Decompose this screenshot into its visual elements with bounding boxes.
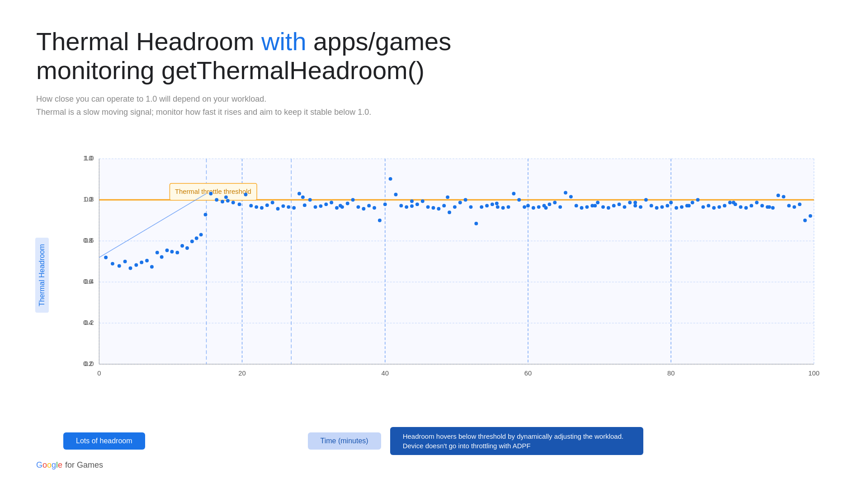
- svg-text:Thermal throttle threshold: Thermal throttle threshold: [175, 188, 251, 196]
- for-games-text: for Games: [65, 460, 103, 470]
- chart-svg: Thermal throttle threshold 1.0 1.0 0.8 0…: [72, 127, 832, 422]
- svg-point-73: [292, 206, 296, 210]
- svg-point-167: [793, 206, 796, 209]
- svg-point-42: [123, 260, 127, 263]
- svg-point-65: [249, 204, 253, 208]
- google-wordmark: Google: [36, 460, 62, 470]
- svg-point-154: [723, 204, 726, 208]
- svg-point-81: [335, 206, 339, 210]
- svg-text:80: 80: [667, 370, 675, 377]
- svg-point-131: [601, 206, 605, 209]
- svg-point-146: [680, 206, 684, 209]
- svg-point-168: [798, 203, 802, 206]
- svg-point-52: [175, 251, 179, 254]
- svg-point-104: [458, 201, 462, 205]
- headroom-desc-label: Headroom hovers below threshold by dynam…: [390, 427, 643, 455]
- svg-point-70: [276, 207, 280, 211]
- svg-text:40: 40: [382, 370, 389, 377]
- svg-point-66: [255, 206, 258, 209]
- svg-point-41: [118, 264, 121, 268]
- svg-point-142: [660, 206, 664, 209]
- svg-point-99: [432, 206, 435, 210]
- svg-point-45: [140, 261, 143, 264]
- svg-point-105: [464, 198, 467, 202]
- svg-point-112: [501, 206, 505, 210]
- svg-point-109: [485, 204, 489, 208]
- svg-point-49: [160, 255, 164, 259]
- svg-point-53: [180, 244, 184, 248]
- svg-point-67: [260, 206, 264, 210]
- subtitle-line1: How close you can operate to 1.0 will de…: [36, 93, 832, 106]
- svg-point-72: [287, 206, 290, 209]
- svg-point-103: [453, 206, 457, 209]
- svg-point-183: [768, 206, 771, 209]
- svg-point-135: [623, 206, 627, 209]
- svg-point-159: [750, 204, 753, 208]
- chart-and-annotations: Thermal Headroom: [36, 127, 832, 470]
- svg-point-158: [744, 206, 748, 210]
- svg-point-165: [782, 195, 785, 199]
- svg-point-175: [410, 200, 414, 203]
- svg-point-173: [301, 196, 305, 199]
- title-block: Thermal Headroom with apps/games monitor…: [36, 27, 832, 85]
- page-container: Thermal Headroom with apps/games monitor…: [0, 0, 868, 488]
- svg-point-58: [204, 213, 208, 216]
- svg-point-89: [378, 219, 382, 222]
- svg-point-63: [231, 201, 235, 205]
- svg-point-75: [303, 204, 307, 207]
- svg-point-110: [491, 203, 494, 206]
- svg-point-88: [373, 206, 376, 210]
- svg-point-161: [760, 204, 764, 208]
- svg-point-107: [474, 222, 478, 225]
- bottom-labels: Lots of headroom Time (minutes) Headroom…: [63, 427, 832, 455]
- svg-point-39: [104, 256, 108, 259]
- svg-point-61: [221, 200, 224, 204]
- svg-point-111: [496, 206, 500, 209]
- svg-point-79: [324, 203, 328, 206]
- svg-text:1.0: 1.0: [85, 155, 94, 162]
- svg-point-178: [544, 206, 548, 210]
- svg-point-83: [346, 202, 349, 206]
- svg-point-87: [367, 204, 371, 208]
- lots-of-headroom-label: Lots of headroom: [63, 432, 145, 450]
- svg-point-116: [523, 206, 526, 209]
- svg-point-91: [389, 177, 392, 181]
- svg-point-102: [448, 211, 451, 214]
- svg-point-93: [399, 204, 403, 208]
- svg-point-121: [547, 203, 551, 206]
- svg-text:0.2: 0.2: [85, 319, 94, 326]
- title-part2: apps/games: [307, 27, 452, 56]
- svg-point-134: [618, 203, 621, 206]
- svg-point-170: [809, 214, 812, 218]
- svg-point-44: [134, 263, 138, 267]
- svg-point-143: [665, 204, 669, 208]
- svg-point-160: [755, 201, 759, 205]
- svg-point-166: [787, 204, 791, 208]
- svg-point-48: [156, 251, 159, 254]
- svg-point-85: [357, 206, 360, 209]
- svg-point-141: [655, 206, 659, 210]
- svg-point-157: [739, 206, 742, 209]
- svg-point-128: [585, 206, 589, 209]
- svg-point-181: [687, 204, 691, 208]
- title-line-2: monitoring getThermalHeadroom(): [36, 56, 832, 85]
- svg-point-46: [145, 259, 149, 263]
- svg-point-117: [526, 204, 530, 208]
- svg-point-77: [314, 206, 317, 209]
- svg-point-123: [558, 206, 562, 209]
- svg-point-144: [669, 201, 673, 205]
- svg-point-95: [410, 205, 414, 208]
- svg-point-47: [150, 265, 154, 269]
- svg-point-96: [415, 203, 419, 206]
- svg-point-133: [612, 204, 616, 208]
- svg-point-55: [190, 240, 194, 244]
- svg-point-138: [639, 206, 642, 209]
- svg-point-174: [339, 204, 342, 208]
- svg-point-108: [480, 206, 483, 209]
- time-minutes-label: Time (minutes): [308, 432, 381, 450]
- svg-point-171: [244, 193, 247, 197]
- svg-point-152: [712, 206, 716, 210]
- svg-point-62: [226, 199, 230, 203]
- svg-text:0: 0: [97, 370, 101, 377]
- svg-point-179: [593, 204, 597, 208]
